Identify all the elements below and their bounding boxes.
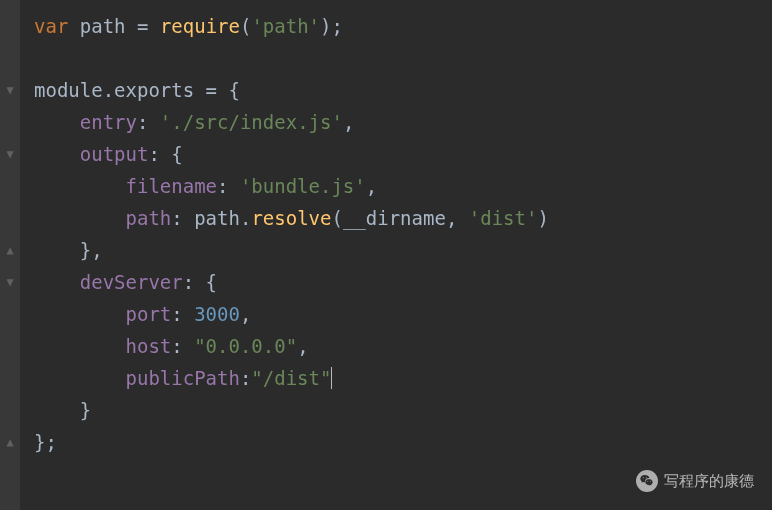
fold-gutter: ▼ ▼ ▲ ▼ ▲ bbox=[0, 0, 20, 510]
watermark: 写程序的康德 bbox=[636, 470, 754, 492]
fold-mark[interactable]: ▼ bbox=[0, 74, 20, 106]
code-line[interactable]: filename: 'bundle.js', bbox=[34, 170, 772, 202]
fold-mark[interactable] bbox=[0, 362, 20, 394]
code-line[interactable]: } bbox=[34, 394, 772, 426]
code-line[interactable]: host: "0.0.0.0", bbox=[34, 330, 772, 362]
fold-mark[interactable] bbox=[0, 170, 20, 202]
fold-mark[interactable]: ▼ bbox=[0, 266, 20, 298]
watermark-text: 写程序的康德 bbox=[664, 472, 754, 491]
code-line[interactable]: module.exports = { bbox=[34, 74, 772, 106]
code-line[interactable]: devServer: { bbox=[34, 266, 772, 298]
fold-mark[interactable]: ▲ bbox=[0, 426, 20, 458]
code-line[interactable]: }; bbox=[34, 426, 772, 458]
code-editor: ▼ ▼ ▲ ▼ ▲ var path = require('path'); mo… bbox=[0, 0, 772, 510]
fold-mark[interactable] bbox=[0, 394, 20, 426]
fold-mark[interactable]: ▼ bbox=[0, 138, 20, 170]
fold-mark[interactable] bbox=[0, 330, 20, 362]
fold-mark[interactable] bbox=[0, 458, 20, 490]
fold-mark[interactable] bbox=[0, 10, 20, 42]
fold-mark[interactable] bbox=[0, 42, 20, 74]
cursor-icon bbox=[331, 367, 332, 389]
fold-mark[interactable]: ▲ bbox=[0, 234, 20, 266]
code-line[interactable]: output: { bbox=[34, 138, 772, 170]
code-line[interactable] bbox=[34, 42, 772, 74]
fold-mark[interactable] bbox=[0, 298, 20, 330]
code-line[interactable]: path: path.resolve(__dirname, 'dist') bbox=[34, 202, 772, 234]
fold-mark[interactable] bbox=[0, 202, 20, 234]
wechat-icon bbox=[636, 470, 658, 492]
code-line[interactable]: }, bbox=[34, 234, 772, 266]
fold-mark[interactable] bbox=[0, 106, 20, 138]
code-line[interactable]: publicPath:"/dist" bbox=[34, 362, 772, 394]
code-line[interactable]: port: 3000, bbox=[34, 298, 772, 330]
code-content[interactable]: var path = require('path'); module.expor… bbox=[20, 0, 772, 510]
code-line[interactable]: entry: './src/index.js', bbox=[34, 106, 772, 138]
code-line[interactable]: var path = require('path'); bbox=[34, 10, 772, 42]
